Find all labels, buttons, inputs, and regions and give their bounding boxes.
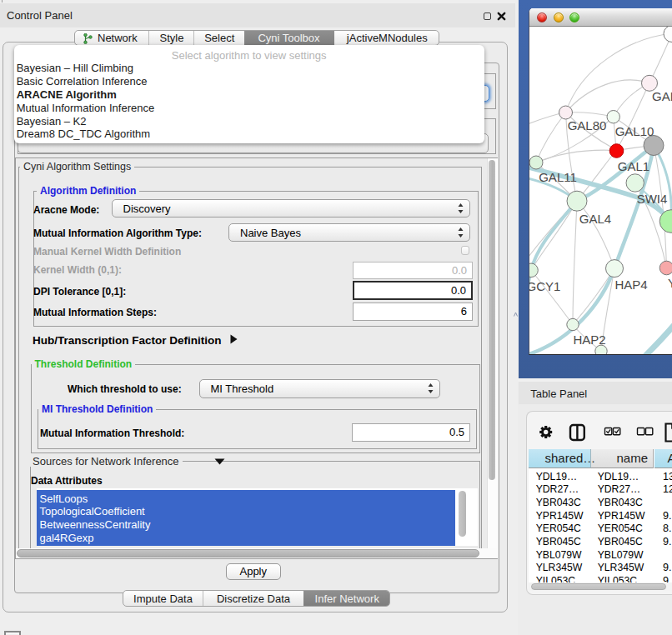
svg-text:HAP2: HAP2	[573, 332, 605, 346]
svg-text:GAL7: GAL7	[652, 88, 672, 102]
svg-text:GAL1: GAL1	[617, 158, 649, 172]
svg-text:Y: Y	[668, 275, 672, 289]
svg-text:GAL4: GAL4	[579, 211, 610, 225]
svg-text:GAL11: GAL11	[539, 169, 577, 183]
svg-text:HAP4: HAP4	[614, 277, 647, 291]
svg-text:GAL10: GAL10	[614, 123, 654, 138]
svg-text:SWI4: SWI4	[636, 191, 667, 205]
svg-text:GCY1: GCY1	[529, 278, 560, 292]
svg-text:GAL80: GAL80	[567, 118, 606, 132]
